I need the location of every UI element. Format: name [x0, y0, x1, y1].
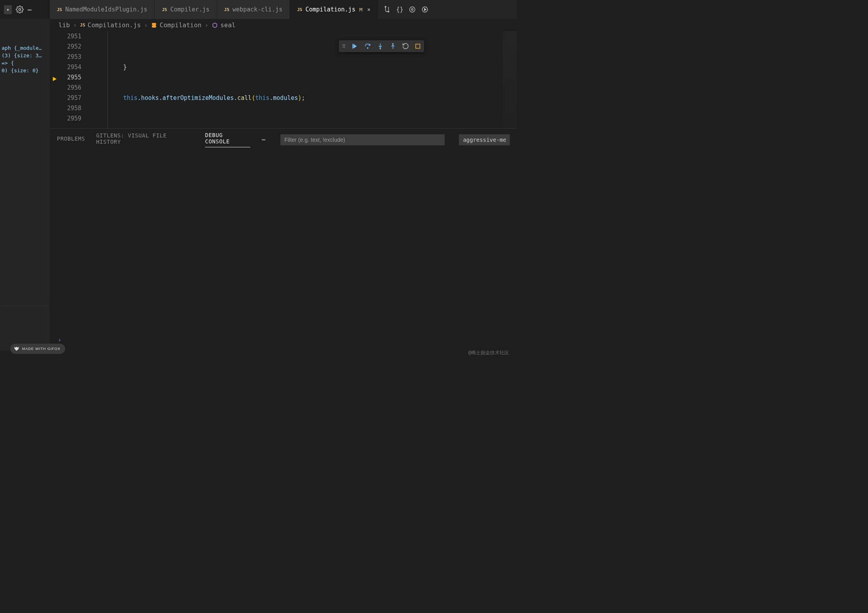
breadcrumb: lib › JS Compilation.js › Compilation › …	[50, 19, 517, 31]
svg-point-10	[393, 43, 393, 44]
close-icon[interactable]: ×	[367, 6, 370, 13]
step-over-button[interactable]	[364, 43, 371, 50]
svg-point-0	[19, 9, 21, 11]
modified-indicator: M	[359, 7, 363, 13]
breadcrumb-file[interactable]: JS Compilation.js	[80, 21, 141, 29]
step-into-button[interactable]	[377, 43, 384, 50]
tab-label: NamedModuleIdsPlugin.js	[65, 6, 147, 13]
tab-debug-console[interactable]: DEBUG CONSOLE	[205, 132, 250, 147]
svg-point-3	[410, 7, 415, 12]
bottom-panel: PROBLEMS GITLENS: VISUAL FILE HISTORY DE…	[50, 128, 517, 351]
restart-button[interactable]	[402, 43, 409, 50]
js-icon: JS	[162, 7, 167, 12]
side-snippet: => {	[2, 59, 48, 67]
tab-namedmoduleidsplugin[interactable]: JS NamedModuleIdsPlugin.js	[50, 0, 155, 19]
chevron-right-icon: ›	[205, 21, 209, 29]
minimap[interactable]	[503, 31, 517, 128]
gifox-icon	[13, 346, 20, 352]
editor-tabs: JS NamedModuleIdsPlugin.js JS Compiler.j…	[50, 0, 517, 19]
debug-toolbar[interactable]: ⠿	[339, 40, 424, 52]
class-icon	[151, 22, 157, 28]
run-side-icon[interactable]	[421, 6, 428, 13]
tab-label: webpack-cli.js	[233, 6, 282, 13]
tab-action-icons: {}	[378, 0, 434, 19]
debug-console-body[interactable]: ›	[50, 150, 517, 351]
preview-icon[interactable]	[409, 6, 416, 13]
watermark-text: @稀土掘金技术社区	[468, 350, 509, 356]
chevron-right-icon: ›	[144, 21, 148, 29]
gifox-label: MADE WITH GIFOX	[22, 347, 60, 351]
tab-label: Compiler.js	[170, 6, 209, 13]
js-icon: JS	[297, 7, 302, 12]
debug-prompt-icon: ›	[58, 336, 62, 344]
breadcrumb-class[interactable]: Compilation	[151, 21, 201, 29]
stop-button[interactable]	[415, 43, 421, 49]
more-icon[interactable]: ⋯	[28, 6, 32, 14]
debug-session-select[interactable]: aggressive-me	[459, 134, 510, 145]
debug-config-dropdown[interactable]: ▾	[4, 5, 12, 14]
js-icon: JS	[80, 23, 85, 28]
step-out-button[interactable]	[389, 43, 396, 50]
side-snippet: (3) {size: 3…	[2, 52, 48, 59]
panel-tabs: PROBLEMS GITLENS: VISUAL FILE HISTORY DE…	[50, 129, 517, 150]
line-number: 2954	[50, 62, 81, 72]
code-line: }	[91, 62, 517, 72]
line-number: 2958	[50, 103, 81, 113]
code-editor[interactable]: 2951 2952 2953 2954 2955 2956 2957 2958 …	[50, 31, 517, 128]
debug-side-panel: aph {_module… (3) {size: 3… => { 0) {siz…	[0, 19, 50, 351]
breadcrumb-method[interactable]: seal	[212, 21, 236, 29]
side-snippet: 0) {size: 0}	[2, 67, 48, 74]
line-number-gutter: 2951 2952 2953 2954 2955 2956 2957 2958 …	[50, 31, 91, 128]
line-number: 2952	[50, 41, 81, 52]
left-controls: ▾ ⋯	[0, 0, 50, 19]
code-line	[91, 124, 517, 128]
svg-rect-11	[416, 44, 420, 49]
breadcrumb-folder[interactable]: lib	[58, 21, 70, 29]
tab-compiler[interactable]: JS Compiler.js	[155, 0, 217, 19]
debug-console-filter-input[interactable]	[280, 134, 445, 145]
panel-more-icon[interactable]: ⋯	[261, 136, 265, 143]
tab-compilation[interactable]: JS Compilation.js M ×	[290, 0, 378, 19]
tab-label: Compilation.js	[306, 6, 355, 13]
tab-problems[interactable]: PROBLEMS	[57, 135, 85, 144]
line-number: 2951	[50, 31, 81, 41]
svg-rect-7	[352, 44, 353, 49]
code-line: this.hooks.afterOptimizeModules.call(thi…	[91, 93, 517, 103]
gear-icon[interactable]	[16, 6, 24, 13]
chevron-down-icon: ▾	[6, 7, 9, 13]
line-number: 2953	[50, 52, 81, 62]
tab-gitlens-history[interactable]: GITLENS: VISUAL FILE HISTORY	[96, 132, 194, 147]
svg-marker-6	[425, 8, 426, 11]
side-snippet: aph {_module…	[2, 44, 48, 52]
method-icon	[212, 22, 218, 28]
compare-changes-icon[interactable]	[383, 6, 391, 13]
braces-icon[interactable]: {}	[396, 6, 403, 13]
js-icon: JS	[57, 7, 62, 12]
breakpoint-current-icon[interactable]	[52, 75, 58, 80]
code-content[interactable]: } this.hooks.afterOptimizeModules.call(t…	[91, 31, 517, 128]
title-tab-bar: ▾ ⋯ JS NamedModuleIdsPlugin.js JS Compil…	[0, 0, 517, 19]
gifox-badge: MADE WITH GIFOX	[10, 344, 65, 354]
svg-point-9	[380, 48, 381, 49]
svg-point-8	[367, 47, 368, 48]
tab-webpack-cli[interactable]: JS webpack-cli.js	[217, 0, 290, 19]
line-number: 2955	[50, 72, 81, 83]
continue-button[interactable]	[351, 43, 359, 50]
svg-point-4	[411, 9, 413, 11]
line-number: 2956	[50, 83, 81, 93]
svg-marker-12	[53, 77, 56, 81]
js-icon: JS	[224, 7, 229, 12]
line-number: 2957	[50, 93, 81, 103]
line-number: 2959	[50, 113, 81, 124]
drag-grip-icon[interactable]: ⠿	[342, 43, 346, 49]
chevron-right-icon: ›	[73, 21, 77, 29]
